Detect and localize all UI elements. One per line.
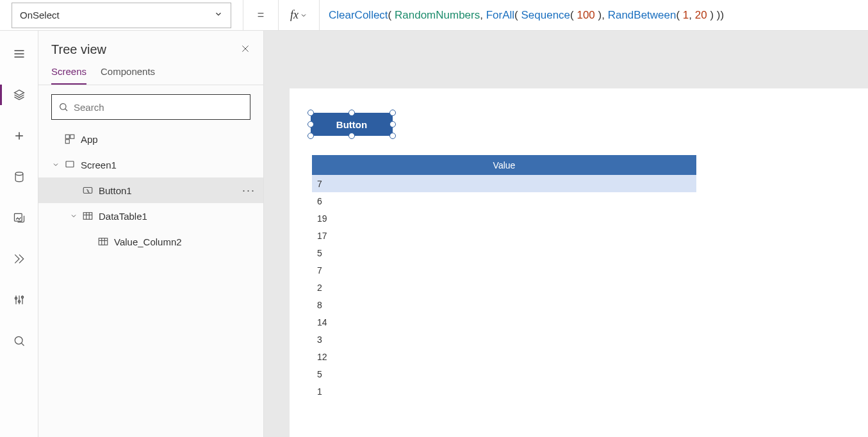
table-row[interactable]: 6 <box>312 192 696 210</box>
table-cell: 7 <box>317 179 322 189</box>
table-row[interactable]: 19 <box>312 210 696 227</box>
formula-token: 100 <box>577 9 594 22</box>
table-row[interactable]: 5 <box>312 244 696 261</box>
resize-handle[interactable] <box>307 121 314 128</box>
formula-token: ) )) <box>707 9 724 22</box>
chevron-down-icon <box>300 12 307 19</box>
formula-token: 1 <box>683 9 689 22</box>
canvas-screen[interactable]: Button Value 7619175728 <box>290 88 868 437</box>
variables-nav[interactable] <box>0 287 38 313</box>
equals-label: = <box>243 0 278 30</box>
resize-handle[interactable] <box>348 110 355 116</box>
table-cell: 6 <box>317 196 322 206</box>
svg-rect-20 <box>65 135 69 138</box>
svg-rect-21 <box>70 135 74 138</box>
canvas-area[interactable]: Button Value 7619175728 <box>264 31 868 437</box>
datatable-body: 76191757281431251 <box>312 175 696 400</box>
table-row[interactable]: 3 <box>312 331 696 348</box>
datatable-control[interactable]: Value 76191757281431251 <box>312 155 696 400</box>
tree-tabs: Screens Components <box>38 62 263 85</box>
tree-item-label: Screen1 <box>81 160 117 170</box>
datatable-icon <box>82 210 94 222</box>
datatable-header-label: Value <box>493 160 516 170</box>
selected-control-wrapper: Button <box>311 113 393 136</box>
table-cell: 5 <box>317 369 322 379</box>
formula-token: ClearCollect <box>329 9 388 22</box>
tree-view-nav[interactable] <box>0 82 38 108</box>
tab-screens[interactable]: Screens <box>51 66 86 85</box>
button-control[interactable]: Button <box>311 113 393 136</box>
table-row[interactable]: 7 <box>312 175 696 192</box>
hamburger-icon[interactable] <box>0 41 38 67</box>
tree-item-screen1[interactable]: Screen1 <box>38 152 263 177</box>
tree-item-value-column2[interactable]: Value_Column2 <box>38 229 263 254</box>
formula-input[interactable]: ClearCollect( RandomNumbers, ForAll( Seq… <box>319 0 868 30</box>
property-selector: OnSelect <box>0 0 243 30</box>
chevron-down-icon <box>214 10 223 21</box>
resize-handle[interactable] <box>348 133 355 139</box>
svg-marker-3 <box>14 90 24 95</box>
tree-search-input[interactable] <box>74 102 243 113</box>
table-cell: 3 <box>317 334 322 345</box>
more-options-icon[interactable]: ··· <box>242 184 256 197</box>
chevron-down-icon[interactable] <box>51 160 60 169</box>
tab-components[interactable]: Components <box>101 66 155 85</box>
search-nav[interactable] <box>0 328 38 354</box>
close-panel-button[interactable] <box>240 44 250 56</box>
table-row[interactable]: 1 <box>312 383 696 400</box>
svg-point-14 <box>15 336 22 344</box>
table-cell: 14 <box>317 317 327 327</box>
insert-nav[interactable] <box>0 123 38 149</box>
table-cell: 8 <box>317 300 322 310</box>
resize-handle[interactable] <box>389 121 396 128</box>
resize-handle[interactable] <box>307 133 314 139</box>
table-cell: 12 <box>317 352 327 362</box>
table-row[interactable]: 14 <box>312 313 696 331</box>
formula-token: ( <box>676 9 682 22</box>
tree-item-label: Button1 <box>99 185 132 196</box>
svg-rect-22 <box>65 140 69 144</box>
formula-bar: OnSelect = fx ClearCollect( RandomNumber… <box>0 0 868 31</box>
tree-list: App Screen1 Button1 ··· <box>38 126 263 437</box>
formula-token: ( <box>570 9 577 22</box>
formula-token: ( <box>514 9 521 22</box>
datatable-header[interactable]: Value <box>312 155 696 175</box>
table-row[interactable]: 8 <box>312 296 696 313</box>
table-row[interactable]: 12 <box>312 348 696 365</box>
formula-token: RandomNumbers <box>395 9 480 22</box>
button-control-icon <box>82 185 94 196</box>
data-nav[interactable] <box>0 164 38 190</box>
table-row[interactable]: 2 <box>312 279 696 296</box>
table-row[interactable]: 17 <box>312 227 696 244</box>
property-dropdown[interactable]: OnSelect <box>12 3 231 28</box>
resize-handle[interactable] <box>307 110 314 116</box>
tree-view-title: Tree view <box>51 42 106 57</box>
svg-point-18 <box>60 104 66 110</box>
table-row[interactable]: 7 <box>312 261 696 279</box>
column-icon <box>97 236 109 247</box>
table-cell: 1 <box>317 386 322 397</box>
tree-item-datatable1[interactable]: DataTable1 <box>38 203 263 229</box>
tree-item-app[interactable]: App <box>38 126 263 152</box>
svg-line-19 <box>65 109 67 111</box>
chevron-down-icon[interactable] <box>69 211 78 220</box>
screen-icon <box>64 159 76 170</box>
resize-handle[interactable] <box>389 110 396 116</box>
svg-rect-25 <box>83 213 92 220</box>
table-cell: 17 <box>317 231 327 241</box>
formula-token: ( <box>388 9 395 22</box>
power-automate-nav[interactable] <box>0 246 38 272</box>
tree-item-button1[interactable]: Button1 ··· <box>38 177 263 203</box>
tree-view-panel: Tree view Screens Components A <box>38 31 264 437</box>
svg-rect-23 <box>66 161 74 167</box>
svg-line-15 <box>21 343 24 345</box>
fx-dropdown[interactable]: fx <box>278 0 319 30</box>
fx-icon: fx <box>290 8 299 22</box>
left-nav-rail <box>0 31 38 437</box>
formula-token: 20 <box>695 9 707 22</box>
media-nav[interactable] <box>0 205 38 231</box>
tree-search[interactable] <box>51 94 250 120</box>
table-cell: 5 <box>317 248 322 258</box>
resize-handle[interactable] <box>389 133 396 139</box>
table-row[interactable]: 5 <box>312 365 696 383</box>
